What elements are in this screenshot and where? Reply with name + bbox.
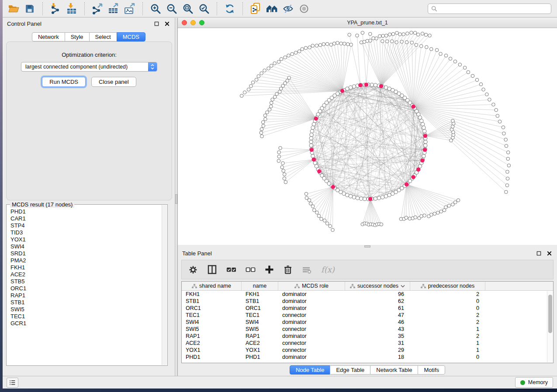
mcds-node[interactable] — [331, 185, 335, 189]
network-node[interactable] — [447, 204, 451, 208]
network-node[interactable] — [451, 119, 455, 123]
network-node[interactable] — [390, 40, 394, 43]
mcds-node[interactable] — [312, 158, 316, 162]
network-node[interactable] — [421, 122, 425, 126]
network-node[interactable] — [423, 129, 426, 133]
network-node[interactable] — [268, 108, 271, 111]
network-node[interactable] — [425, 45, 429, 49]
table-row[interactable]: ORC1ORC1dominator610 — [182, 305, 553, 312]
mcds-node[interactable] — [412, 175, 415, 179]
network-node[interactable] — [251, 81, 255, 84]
network-node[interactable] — [395, 31, 399, 35]
network-node[interactable] — [331, 228, 335, 232]
network-node[interactable] — [280, 165, 284, 169]
network-node[interactable] — [377, 196, 381, 200]
network-node[interactable] — [410, 41, 414, 45]
network-node[interactable] — [378, 34, 382, 38]
network-node[interactable] — [444, 206, 448, 209]
table-row[interactable]: RAP1RAP1dominator352 — [182, 333, 553, 340]
network-node[interactable] — [311, 126, 315, 129]
show-columns-button[interactable] — [207, 265, 217, 275]
mcds-result-item[interactable]: SWI4 — [10, 243, 158, 250]
network-node[interactable] — [277, 60, 280, 64]
network-node[interactable] — [422, 155, 426, 158]
network-node[interactable] — [384, 34, 388, 38]
network-node[interactable] — [294, 51, 298, 55]
network-node[interactable] — [439, 52, 443, 56]
network-node[interactable] — [384, 86, 387, 89]
mcds-result-scrollbar[interactable] — [162, 205, 167, 365]
mcds-result-item[interactable]: FKH1 — [10, 264, 158, 271]
mcds-node[interactable] — [364, 83, 368, 86]
network-node[interactable] — [413, 31, 417, 34]
network-node[interactable] — [264, 117, 267, 121]
mcds-result-item[interactable]: PMA2 — [10, 257, 158, 264]
network-node[interactable] — [415, 43, 418, 47]
network-node[interactable] — [361, 31, 364, 34]
network-node[interactable] — [263, 69, 266, 72]
network-node[interactable] — [414, 216, 417, 219]
table-row[interactable]: SWI5SWI5connector431 — [182, 326, 553, 333]
float-table-panel-button[interactable] — [535, 250, 542, 256]
network-node[interactable] — [356, 196, 359, 200]
network-node[interactable] — [275, 93, 279, 96]
network-node[interactable] — [479, 83, 483, 86]
float-panel-button[interactable] — [153, 21, 160, 27]
refresh-button[interactable] — [222, 2, 237, 16]
network-node[interactable] — [475, 78, 479, 82]
hide-panels-button[interactable] — [280, 2, 295, 16]
network-node[interactable] — [346, 87, 349, 90]
network-node[interactable] — [315, 211, 319, 214]
network-node[interactable] — [467, 71, 470, 74]
network-node[interactable] — [402, 33, 405, 36]
network-node[interactable] — [309, 144, 313, 147]
network-node[interactable] — [506, 170, 509, 174]
network-node[interactable] — [260, 134, 264, 138]
tab-network[interactable]: Network — [32, 32, 65, 41]
mcds-node[interactable] — [310, 148, 314, 152]
network-node[interactable] — [506, 177, 509, 180]
network-node[interactable] — [502, 126, 505, 129]
scrollbar-thumb[interactable] — [548, 295, 552, 333]
mcds-result-item[interactable]: TID3 — [10, 229, 158, 236]
run-mcds-button[interactable]: Run MCDS — [42, 77, 86, 87]
network-node[interactable] — [504, 138, 508, 141]
network-node[interactable] — [267, 67, 270, 70]
network-node[interactable] — [243, 91, 246, 94]
network-node[interactable] — [308, 46, 311, 49]
network-node[interactable] — [424, 33, 428, 37]
network-node[interactable] — [283, 173, 286, 176]
select-all-button[interactable] — [226, 265, 236, 274]
horizontal-splitter-grip[interactable] — [364, 245, 370, 248]
mcds-result-item[interactable]: STP4 — [10, 222, 158, 229]
splitter-grip[interactable] — [175, 194, 177, 204]
mcds-node[interactable] — [423, 134, 427, 138]
network-node[interactable] — [271, 98, 274, 101]
column-header-predecessor-nodes[interactable]: predecessor nodes — [410, 282, 485, 290]
column-header-shared-name[interactable]: shared name — [182, 282, 242, 290]
mcds-node[interactable] — [358, 83, 362, 87]
delete-table-button[interactable] — [302, 265, 311, 274]
mcds-result-item[interactable]: CAR1 — [10, 215, 158, 222]
zoom-in-button[interactable] — [148, 2, 163, 16]
search-input[interactable] — [439, 6, 548, 12]
network-node[interactable] — [418, 165, 422, 168]
clone-network-button[interactable] — [248, 2, 263, 16]
network-node[interactable] — [482, 88, 485, 91]
tab-edge-table[interactable]: Edge Table — [330, 365, 370, 375]
show-eye-button[interactable] — [297, 2, 311, 16]
network-node[interactable] — [311, 155, 315, 158]
network-node[interactable] — [349, 86, 352, 89]
mcds-node[interactable] — [368, 197, 372, 201]
network-node[interactable] — [298, 50, 301, 53]
network-node[interactable] — [343, 42, 346, 45]
network-node[interactable] — [349, 43, 353, 47]
network-node[interactable] — [488, 98, 491, 101]
close-table-panel-button[interactable] — [546, 250, 553, 256]
mcds-result-item[interactable]: TEC1 — [10, 313, 158, 320]
network-node[interactable] — [313, 161, 317, 165]
network-node[interactable] — [505, 184, 509, 187]
network-node[interactable] — [498, 120, 502, 124]
network-node[interactable] — [387, 87, 391, 90]
export-table-button[interactable] — [106, 2, 121, 16]
